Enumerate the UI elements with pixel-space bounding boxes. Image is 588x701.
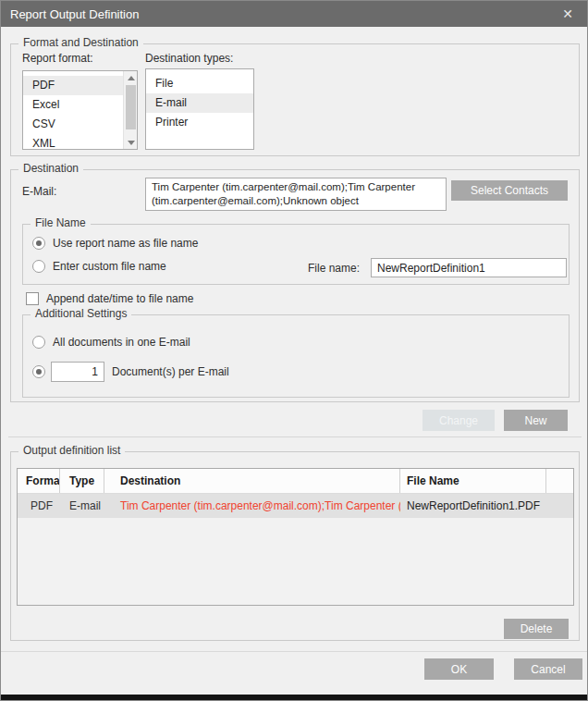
documents-per-email-input[interactable] (51, 362, 104, 382)
enter-custom-name-radio[interactable] (32, 260, 45, 273)
dialog-title: Report Output Definition (10, 7, 139, 21)
row-destination-cell[interactable]: Tim Carpenter (tim.carpenter@mail.com);T… (104, 494, 400, 518)
email-recipients-field[interactable]: Tim Carpenter (tim.carpenter@mail.com);T… (145, 178, 447, 211)
use-report-name-radio[interactable] (32, 237, 45, 250)
report-format-scrollbar[interactable] (123, 71, 137, 149)
row-type-cell[interactable]: E-mail (60, 494, 104, 518)
table-header-row: Format Type Destination File Name (18, 469, 573, 494)
column-header-spacer (546, 469, 573, 493)
additional-settings-group: Additional Settings All documents in one… (22, 314, 570, 398)
column-header-format[interactable]: Format (18, 469, 60, 493)
select-contacts-button[interactable]: Select Contacts (451, 180, 568, 201)
file-name-label: File name: (308, 262, 360, 275)
ok-button[interactable]: OK (424, 658, 494, 680)
output-definition-list-group-label: Output definition list (18, 444, 125, 457)
report-format-option-pdf[interactable]: PDF (23, 76, 123, 95)
all-documents-radio[interactable] (32, 336, 45, 349)
all-documents-label[interactable]: All documents in one E-mail (53, 336, 190, 349)
column-header-file-name[interactable]: File Name (400, 469, 546, 493)
report-format-label: Report format: (22, 52, 93, 65)
file-name-input[interactable] (371, 258, 567, 277)
append-datetime-checkbox[interactable] (26, 292, 39, 305)
section-divider (8, 437, 582, 437)
additional-settings-group-label: Additional Settings (31, 307, 131, 320)
append-datetime-label[interactable]: Append date/time to file name (46, 292, 193, 305)
report-format-option-csv[interactable]: CSV (23, 115, 123, 134)
file-name-group: File Name Use report name as file name E… (22, 224, 570, 285)
new-button[interactable]: New (504, 410, 568, 431)
use-report-name-label[interactable]: Use report name as file name (53, 237, 198, 250)
column-header-destination[interactable]: Destination (104, 469, 400, 493)
window-bottom-edge (1, 695, 587, 700)
destination-types-listbox[interactable]: File E-mail Printer (145, 68, 254, 150)
change-button: Change (423, 410, 495, 431)
email-label: E-Mail: (22, 185, 56, 198)
delete-button[interactable]: Delete (504, 619, 569, 639)
footer-divider (1, 651, 588, 652)
row-format-cell[interactable]: PDF (18, 494, 60, 518)
column-header-type[interactable]: Type (60, 469, 104, 493)
title-bar: Report Output Definition ✕ (1, 1, 587, 27)
destination-group: Destination E-Mail: Tim Carpenter (tim.c… (10, 169, 580, 402)
output-definition-list-group: Output definition list Format Type Desti… (10, 451, 580, 641)
destination-type-option-printer[interactable]: Printer (146, 113, 253, 132)
scroll-down-icon[interactable] (124, 136, 138, 149)
destination-types-label: Destination types: (145, 52, 233, 65)
scrollbar-thumb[interactable] (126, 85, 136, 129)
row-file-name-cell[interactable]: NewReportDefinition1.PDF (400, 494, 546, 518)
destination-type-option-email[interactable]: E-mail (146, 93, 253, 113)
close-icon[interactable]: ✕ (557, 6, 578, 21)
destination-group-label: Destination (18, 162, 83, 175)
scroll-up-icon[interactable] (124, 71, 138, 84)
enter-custom-name-label[interactable]: Enter custom file name (53, 260, 166, 273)
report-format-option-xml[interactable]: XML (23, 134, 123, 150)
cancel-button[interactable]: Cancel (514, 658, 582, 680)
table-row[interactable]: PDF E-mail Tim Carpenter (tim.carpenter@… (18, 494, 573, 518)
format-and-destination-group-label: Format and Destination (18, 36, 143, 49)
report-format-option-excel[interactable]: Excel (23, 95, 123, 115)
report-output-definition-dialog: Report Output Definition ✕ Format and De… (0, 0, 588, 701)
format-and-destination-group: Format and Destination Report format: PD… (10, 43, 580, 156)
documents-per-email-label[interactable]: Document(s) per E-mail (112, 365, 229, 378)
destination-type-option-file[interactable]: File (146, 74, 253, 93)
documents-per-email-radio[interactable] (32, 365, 45, 378)
report-format-listbox[interactable]: PDF Excel CSV XML (22, 70, 138, 150)
file-name-group-label: File Name (31, 216, 91, 229)
output-definition-table: Format Type Destination File Name PDF E-… (17, 468, 574, 606)
